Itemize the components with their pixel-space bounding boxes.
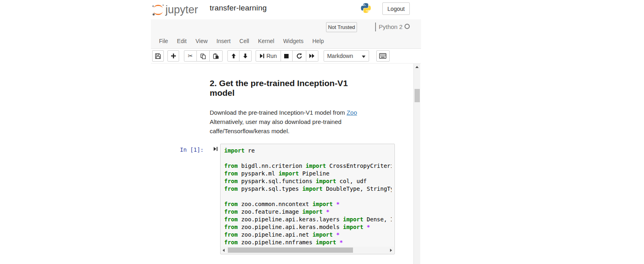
code-cell-input-area[interactable]: import re from bigdl.nn.criterion import…	[220, 144, 395, 254]
markdown-paragraph: Download the pre-trained Inception-V1 mo…	[210, 108, 379, 136]
code-line: from zoo.common.nncontext import *	[224, 200, 392, 208]
notebook-container[interactable]: 2. Get the pre-trained Inception-V1 mode…	[151, 64, 413, 264]
notebook-title[interactable]: transfer-learning	[210, 4, 267, 12]
code-line: from zoo.pipeline.api.keras.layers impor…	[224, 216, 392, 223]
command-palette-button[interactable]	[376, 50, 390, 62]
scissors-icon: ✂	[188, 52, 193, 60]
code-lines[interactable]: import re from bigdl.nn.criterion import…	[224, 147, 392, 247]
code-line: from bigdl.nn.criterion import CrossEntr…	[224, 162, 392, 170]
copy-pages-icon	[200, 53, 206, 59]
plus-icon	[171, 53, 176, 59]
code-line: import re	[224, 147, 392, 155]
step-forward-icon	[260, 53, 264, 59]
menu-item-file[interactable]: File	[155, 34, 173, 48]
menu-item-cell[interactable]: Cell	[235, 34, 254, 48]
restart-kernel-button[interactable]	[293, 50, 306, 62]
run-cell-marker-icon[interactable]	[213, 146, 218, 153]
cut-cells-button[interactable]: ✂	[184, 50, 197, 62]
code-line: from zoo.pipeline.api.net import *	[224, 231, 392, 239]
code-line: from zoo.pipeline.api.keras.models impor…	[224, 223, 392, 231]
python-icon	[360, 2, 372, 14]
copy-cells-button[interactable]	[197, 50, 210, 62]
menu-item-edit[interactable]: Edit	[173, 34, 191, 48]
code-line	[224, 193, 392, 200]
chrome-strip: Not Trusted Python 2 FileEditViewInsertC…	[151, 19, 421, 49]
run-button-label: Run	[266, 53, 277, 59]
arrow-down-icon	[243, 53, 248, 59]
scroll-up-arrow-icon[interactable]	[415, 66, 419, 68]
code-line: from pyspark.sql.types import DoubleType…	[224, 185, 392, 193]
paste-cells-button[interactable]	[210, 50, 223, 62]
interrupt-kernel-button[interactable]	[281, 50, 293, 62]
move-cell-down-button[interactable]	[239, 50, 252, 62]
jupyter-logo-text: jupyter	[165, 4, 198, 16]
code-line: from pyspark.ml import Pipeline	[224, 170, 392, 177]
kernel-name: Python 2	[379, 23, 402, 30]
floppy-disk-icon	[155, 53, 161, 59]
scroll-right-arrow-icon[interactable]	[390, 249, 392, 252]
markdown-heading: 2. Get the pre-trained Inception-V1 mode…	[210, 78, 375, 98]
clipboard-paste-icon	[213, 53, 219, 59]
input-prompt: In [1]:	[180, 146, 204, 153]
toolbar: ✂	[151, 49, 421, 64]
caret-down-icon	[362, 53, 365, 59]
menu-item-view[interactable]: View	[191, 34, 212, 48]
notebook-header: jupyter transfer-learning Logout	[151, 0, 421, 19]
menu-item-help[interactable]: Help	[308, 34, 328, 48]
page-vertical-scrollbar[interactable]	[413, 64, 420, 264]
kernel-idle-icon	[405, 24, 410, 29]
menu-item-insert[interactable]: Insert	[212, 34, 235, 48]
menubar: FileEditViewInsertCellKernelWidgetsHelp	[151, 34, 421, 48]
arrow-up-icon	[231, 53, 236, 59]
jupyter-planet-icon: jupyter	[152, 2, 204, 17]
horizontal-scrollbar-thumb[interactable]	[228, 248, 353, 253]
browser-viewport: jupyter transfer-learning Logout Not Tru…	[151, 0, 421, 264]
code-horizontal-scrollbar[interactable]	[221, 247, 394, 254]
jupyter-logo[interactable]: jupyter	[152, 2, 204, 17]
keyboard-icon	[379, 53, 386, 59]
paragraph-text-after-link: Alternatively, user may also download pr…	[210, 118, 341, 134]
stop-square-icon	[284, 54, 289, 59]
fast-forward-icon	[309, 54, 315, 58]
restart-circle-arrow-icon	[296, 53, 302, 59]
code-line: from zoo.feature.image import *	[224, 208, 392, 216]
save-button[interactable]	[152, 50, 164, 62]
vertical-scrollbar-thumb[interactable]	[415, 89, 420, 102]
zoo-link[interactable]: Zoo	[347, 109, 357, 116]
code-line: from zoo.pipeline.nnframes import *	[224, 239, 392, 246]
move-cell-up-button[interactable]	[227, 50, 239, 62]
code-line: from pyspark.sql.functions import col, u…	[224, 177, 392, 185]
scroll-left-arrow-icon[interactable]	[223, 249, 225, 252]
trust-status-badge[interactable]: Not Trusted	[326, 22, 357, 32]
paragraph-text-before-link: Download the pre-trained Inception-V1 mo…	[210, 109, 347, 116]
logout-button[interactable]: Logout	[382, 2, 410, 15]
run-cell-button[interactable]: Run	[256, 50, 281, 62]
menu-item-widgets[interactable]: Widgets	[279, 34, 308, 48]
cell-type-dropdown[interactable]: Markdown	[324, 50, 369, 62]
cell-type-selected: Markdown	[327, 53, 353, 59]
insert-cell-below-button[interactable]	[167, 50, 179, 62]
menu-item-kernel[interactable]: Kernel	[254, 34, 279, 48]
restart-run-all-button[interactable]	[306, 50, 318, 62]
code-line	[224, 155, 392, 162]
kernel-divider	[375, 23, 376, 31]
